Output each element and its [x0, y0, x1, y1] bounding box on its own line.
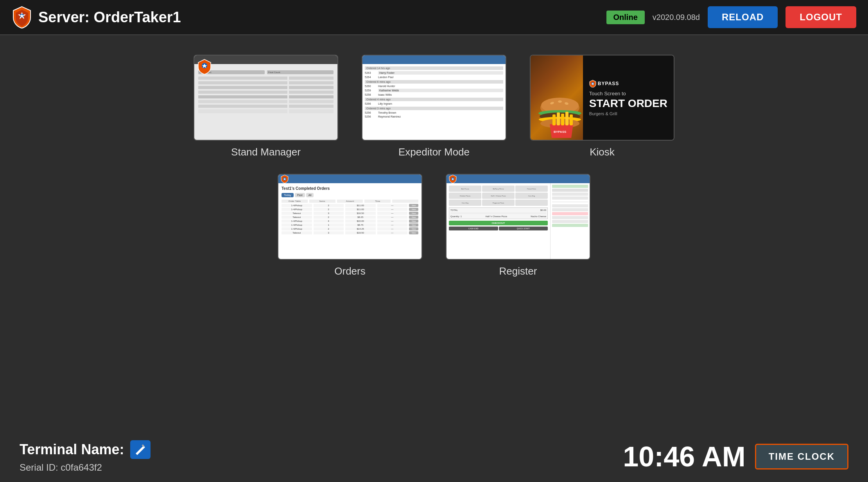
tile-stand-manager[interactable]: Start Count Final Count — [194, 55, 338, 158]
kiosk-food-bg: BYPASS — [531, 55, 583, 140]
orders-tab-all: All — [306, 193, 314, 197]
sm-shield-icon — [197, 59, 212, 74]
menu-item: Chicken Pieces — [449, 193, 481, 199]
expeditor-preview: Ordered 14 hrs ago 5263 Harry Foster 526… — [362, 55, 506, 141]
order-list-item: 1-4/Pickup 2 $11.00 — View — [282, 204, 418, 207]
order-list-item: Takeout 2 $8.25 — View — [282, 216, 418, 219]
orders-tabs: Today Past All — [282, 193, 418, 197]
shield-icon — [12, 6, 32, 29]
register-item — [552, 212, 588, 215]
kiosk-preview: BYPASS — [530, 55, 674, 141]
order-list-item: 1-4/Pickup 1 $8.75 — View — [282, 223, 418, 227]
exp-section-label-2: Ordered 6 mins ago — [365, 80, 503, 84]
orders-tab-past: Past — [295, 193, 305, 197]
register-total: TOTAL $0.00 Quantity: 1 Half 'n Cheese P… — [449, 207, 548, 219]
kiosk-text-panel: BYPASS Touch Screen to START ORDER Burge… — [583, 55, 674, 140]
register-item — [552, 204, 588, 207]
exp-order-row: 5258 Isaac Willis — [365, 93, 503, 96]
exp-order-row: 5263 Harry Foster — [365, 71, 503, 75]
register-label: Register — [499, 265, 537, 277]
sm-header-bar — [194, 55, 337, 64]
tile-expeditor-mode[interactable]: Ordered 14 hrs ago 5263 Harry Foster 526… — [362, 55, 506, 158]
register-item — [552, 208, 588, 211]
version-text: v2020.09.08d — [653, 13, 700, 22]
logout-button[interactable]: LOGOUT — [786, 6, 856, 28]
menu-item: French Fries — [515, 186, 548, 192]
orders-table-header: Order Table Items Amount Time — [282, 200, 418, 203]
burgers-grill-text: Burgers & Grill — [589, 111, 667, 116]
menu-item — [515, 200, 548, 206]
exp-order-row: 5260 Harold Hunter — [365, 85, 503, 87]
menu-item: McFlurry Fill-ins — [482, 186, 515, 192]
stand-manager-preview: Start Count Final Count — [194, 55, 338, 141]
pencil-icon — [135, 444, 146, 455]
tiles-row-1: Start Count Final Count — [31, 55, 837, 158]
register-preview: Beef Focus McFlurry Fill-ins French Frie… — [446, 174, 590, 260]
register-shield-icon — [449, 175, 457, 183]
bypass-text: BYPASS — [598, 81, 619, 86]
menu-item: Pepperoni Pizza — [482, 200, 515, 206]
exp-order-row: 5256 Raymond Ramirez — [365, 115, 503, 118]
footer: Terminal Name: Serial ID: c0fa643f2 10:4… — [0, 431, 868, 482]
exp-section-label-3: Ordered 4 mins ago — [365, 98, 503, 101]
register-item — [552, 224, 588, 227]
header-logo: Server: OrderTaker1 — [12, 6, 181, 29]
status-badge: Online — [606, 11, 645, 24]
register-item — [552, 196, 588, 200]
reload-button[interactable]: RELOAD — [708, 6, 778, 28]
header: Server: OrderTaker1 Online v2020.09.08d … — [0, 0, 868, 35]
checkout-button: CHECKOUT — [449, 221, 548, 225]
orders-label: Orders — [334, 265, 365, 277]
touch-screen-text: Touch Screen to — [589, 91, 667, 96]
orders-tab-today: Today — [282, 193, 294, 197]
register-items-list — [552, 185, 588, 227]
tiles-row-2: Test1's Completed Orders Today Past All … — [31, 174, 837, 277]
stand-manager-label: Stand Manager — [231, 146, 301, 158]
register-item — [552, 220, 588, 223]
orders-preview: Test1's Completed Orders Today Past All … — [278, 174, 422, 260]
order-list-item: 1-4/Pickup 4 $22.00 — View — [282, 220, 418, 223]
serial-id: Serial ID: c0fa643f2 — [20, 462, 151, 473]
register-action-row: CASH END QUICK START — [449, 227, 548, 230]
register-menu-panel: Beef Focus McFlurry Fill-ins French Frie… — [447, 183, 551, 259]
tile-orders[interactable]: Test1's Completed Orders Today Past All … — [278, 174, 422, 277]
exp-section-label-1: Ordered 14 hrs ago — [365, 66, 503, 70]
tile-register[interactable]: Beef Focus McFlurry Fill-ins French Frie… — [446, 174, 590, 277]
register-header-bar — [447, 175, 590, 183]
exp-header-bar — [362, 55, 506, 64]
exp-section-label-4: Ordered 3 mins ago — [365, 107, 503, 110]
header-title: Server: OrderTaker1 — [38, 9, 181, 26]
bypass-shield-icon — [589, 80, 596, 87]
expeditor-mode-label: Expeditor Mode — [398, 146, 470, 158]
svg-point-8 — [558, 100, 562, 103]
menu-item: Corn Dog — [449, 200, 481, 206]
fries-svg: BYPASS — [544, 109, 579, 140]
time-display: 10:46 AM — [623, 441, 745, 473]
kiosk-food-image: BYPASS — [531, 55, 583, 140]
orders-title: Test1's Completed Orders — [282, 186, 418, 191]
kiosk-label: Kiosk — [590, 146, 615, 158]
orders-header-bar — [278, 175, 421, 183]
register-menu-grid: Beef Focus McFlurry Fill-ins French Frie… — [449, 186, 548, 206]
time-clock-button[interactable]: TIME CLOCK — [755, 444, 848, 470]
quick-start-button: QUICK START — [499, 227, 548, 230]
terminal-name-label: Terminal Name: — [20, 441, 124, 458]
order-list-item: Takeout 3 $19.50 — View — [282, 231, 418, 234]
main-content: Start Count Final Count — [0, 35, 868, 305]
order-list-item: 1-4/Pickup 2 $11.00 — View — [282, 208, 418, 211]
register-item — [552, 216, 588, 219]
exp-order-row: 5259 Katharine Webb — [365, 89, 503, 92]
edit-terminal-name-button[interactable] — [130, 440, 151, 459]
order-list-item: Takeout 3 $16.50 — View — [282, 212, 418, 215]
register-item — [552, 189, 588, 192]
svg-rect-17 — [561, 114, 564, 125]
svg-rect-16 — [557, 112, 560, 125]
footer-left: Terminal Name: Serial ID: c0fa643f2 — [20, 440, 151, 473]
register-items-panel — [551, 183, 590, 259]
menu-item: Corn Dog — [515, 193, 548, 199]
bypass-logo: BYPASS — [589, 80, 667, 87]
orders-shield-icon — [281, 175, 289, 183]
tile-kiosk[interactable]: BYPASS — [530, 55, 674, 158]
menu-item: Half 'n' Cheese Pizza — [482, 193, 515, 199]
menu-item: Beef Focus — [449, 186, 481, 192]
